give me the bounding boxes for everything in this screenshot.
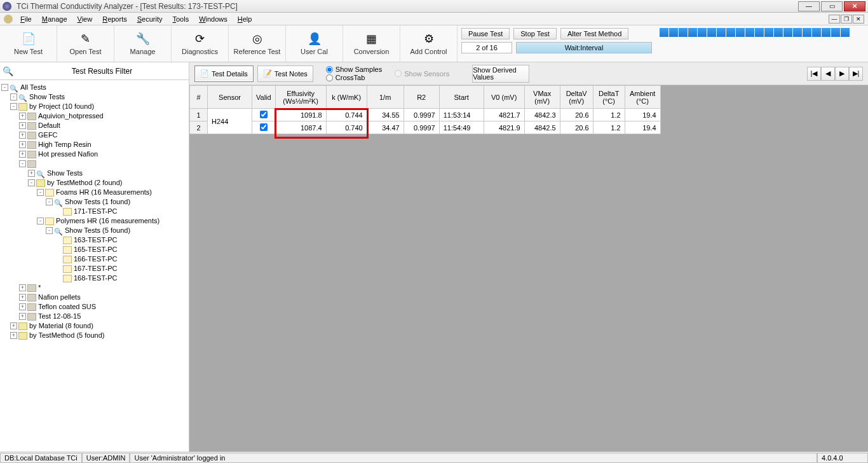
col-header[interactable]: VMax (mV) xyxy=(524,86,560,109)
tree-node[interactable]: +* xyxy=(1,283,187,293)
tree-node[interactable]: 165-TEST-PC xyxy=(1,245,187,254)
tab-test-details[interactable]: 📄 Test Details xyxy=(194,66,254,82)
table-row[interactable]: 1H2441091.80.74434.550.999711:53:144821.… xyxy=(190,109,661,121)
tree-node[interactable]: +Nafion pellets xyxy=(1,293,187,302)
expand-icon[interactable]: - xyxy=(19,160,26,167)
toolbar-diagnostics[interactable]: ⟳Diagnostics xyxy=(172,25,229,62)
expand-icon[interactable]: + xyxy=(10,322,17,329)
tree-node[interactable]: +Default xyxy=(1,121,187,130)
menu-tools[interactable]: Tools xyxy=(167,14,194,24)
expand-icon[interactable]: + xyxy=(10,332,17,339)
menu-security[interactable]: Security xyxy=(132,14,168,24)
tree-node[interactable]: 171-TEST-PC xyxy=(1,207,187,216)
toolbar-open-test[interactable]: ✎Open Test xyxy=(57,25,114,62)
expand-icon[interactable]: + xyxy=(19,122,26,129)
tree-node[interactable]: 163-TEST-PC xyxy=(1,235,187,245)
filter-icon[interactable]: 🔍 xyxy=(0,64,15,79)
show-derived-button[interactable]: Show Derived Values xyxy=(472,65,529,83)
toolbar-user-cal[interactable]: 👤User Cal xyxy=(286,25,343,62)
nav-prev-button[interactable]: ◀ xyxy=(821,67,835,81)
tree-node[interactable]: 166-TEST-PC xyxy=(1,254,187,264)
toolbar-conversion[interactable]: ▦Conversion xyxy=(343,25,400,62)
mdi-minimize-button[interactable]: — xyxy=(829,15,840,24)
toolbar-new-test[interactable]: 📄New Test xyxy=(0,25,57,62)
menu-reports[interactable]: Reports xyxy=(97,14,132,24)
expand-icon[interactable]: + xyxy=(19,313,26,320)
pause-test-button[interactable]: Pause Test xyxy=(461,28,510,39)
expand-icon[interactable]: - xyxy=(37,189,44,196)
tree-node[interactable]: -Foams HR (16 Measurements) xyxy=(1,188,187,197)
table-row[interactable]: 21087.40.74034.470.999711:54:494821.9484… xyxy=(190,121,661,134)
tree-node[interactable]: +by Material (8 found) xyxy=(1,321,187,331)
expand-icon[interactable]: + xyxy=(19,132,26,139)
tree-node[interactable]: -🔍Show Tests (5 found) xyxy=(1,226,187,235)
mdi-restore-button[interactable]: ❐ xyxy=(841,15,852,24)
nav-first-button[interactable]: |◀ xyxy=(807,67,821,81)
tree-node[interactable]: -by Project (10 found) xyxy=(1,102,187,111)
toolbar-reference-test[interactable]: ◎Reference Test xyxy=(229,25,286,62)
tree-node[interactable]: +by TestMethod (5 found) xyxy=(1,331,187,340)
col-header[interactable]: Ambient (°C) xyxy=(625,86,660,109)
col-header[interactable]: V0 (mV) xyxy=(484,86,524,109)
tree-node[interactable]: - xyxy=(1,159,187,169)
expand-icon[interactable]: - xyxy=(10,93,17,100)
toolbar-add-control[interactable]: ⚙Add Control xyxy=(400,25,458,62)
mdi-close-button[interactable]: ✕ xyxy=(853,15,864,24)
col-header[interactable]: Effusivity (Ws½/m²K) xyxy=(275,86,326,109)
tree-node[interactable]: +Hot pressed Nafion xyxy=(1,149,187,159)
toolbar-manage[interactable]: 🔧Manage xyxy=(114,25,172,62)
tab-test-notes[interactable]: 📝 Test Notes xyxy=(257,66,313,82)
results-table[interactable]: #SensorValidEffusivity (Ws½/m²K)k (W/mK)… xyxy=(189,85,661,134)
tree-node[interactable]: +Test 12-08-15 xyxy=(1,312,187,321)
col-header[interactable]: Start xyxy=(439,86,484,109)
tree-node[interactable]: 167-TEST-PC xyxy=(1,264,187,273)
tree-node[interactable]: +High Temp Resin xyxy=(1,140,187,149)
tree-node[interactable]: +Aquivion_hotpressed xyxy=(1,111,187,121)
col-header[interactable]: Sensor xyxy=(208,86,252,109)
col-header[interactable]: Valid xyxy=(252,86,276,109)
expand-icon[interactable]: + xyxy=(19,284,26,291)
tree-node[interactable]: -🔍All Tests xyxy=(1,83,187,92)
tree-node[interactable]: -by TestMethod (2 found) xyxy=(1,178,187,188)
close-button[interactable]: ✕ xyxy=(844,1,865,11)
crosstab-radio[interactable]: CrossTab xyxy=(326,74,382,82)
col-header[interactable]: R2 xyxy=(403,86,439,109)
expand-icon[interactable]: - xyxy=(46,198,53,205)
expand-icon[interactable]: + xyxy=(28,170,35,177)
col-header[interactable]: 1/m xyxy=(367,86,403,109)
expand-icon[interactable]: + xyxy=(19,113,26,120)
tree-node[interactable]: +🔍Show Tests xyxy=(1,169,187,178)
alter-method-button[interactable]: Alter Test Method xyxy=(560,28,628,39)
menu-manage[interactable]: Manage xyxy=(37,14,72,24)
col-header[interactable]: k (W/mK) xyxy=(326,86,367,109)
menu-help[interactable]: Help xyxy=(233,14,257,24)
menu-view[interactable]: View xyxy=(72,14,98,24)
menu-windows[interactable]: Windows xyxy=(194,14,233,24)
expand-icon[interactable]: - xyxy=(46,227,53,234)
tree-node[interactable]: -🔍Show Tests xyxy=(1,92,187,102)
maximize-button[interactable]: ▭ xyxy=(821,1,843,11)
menu-file[interactable]: File xyxy=(15,14,37,24)
expand-icon[interactable]: + xyxy=(19,294,26,301)
expand-icon[interactable]: + xyxy=(19,151,26,158)
tree-view[interactable]: -🔍All Tests-🔍Show Tests-by Project (10 f… xyxy=(0,80,189,452)
col-header[interactable]: # xyxy=(190,86,208,109)
show-samples-radio[interactable]: Show Samples xyxy=(326,66,382,74)
expand-icon[interactable]: - xyxy=(1,84,8,91)
tree-node[interactable]: +Teflon coated SUS xyxy=(1,302,187,312)
nav-last-button[interactable]: ▶| xyxy=(849,67,863,81)
tree-node[interactable]: -🔍Show Tests (1 found) xyxy=(1,197,187,207)
col-header[interactable]: DeltaV (mV) xyxy=(560,86,593,109)
tree-node[interactable]: +GEFC xyxy=(1,130,187,140)
tree-node[interactable]: -Polymers HR (16 measurements) xyxy=(1,216,187,226)
nav-next-button[interactable]: ▶ xyxy=(835,67,849,81)
expand-icon[interactable]: + xyxy=(19,303,26,310)
col-header[interactable]: DeltaT (°C) xyxy=(593,86,625,109)
tree-node[interactable]: 168-TEST-PC xyxy=(1,273,187,283)
expand-icon[interactable]: - xyxy=(10,103,17,110)
stop-test-button[interactable]: Stop Test xyxy=(513,28,557,39)
expand-icon[interactable]: - xyxy=(28,179,35,186)
expand-icon[interactable]: + xyxy=(19,141,26,148)
minimize-button[interactable]: — xyxy=(798,1,820,11)
expand-icon[interactable]: - xyxy=(37,218,44,225)
